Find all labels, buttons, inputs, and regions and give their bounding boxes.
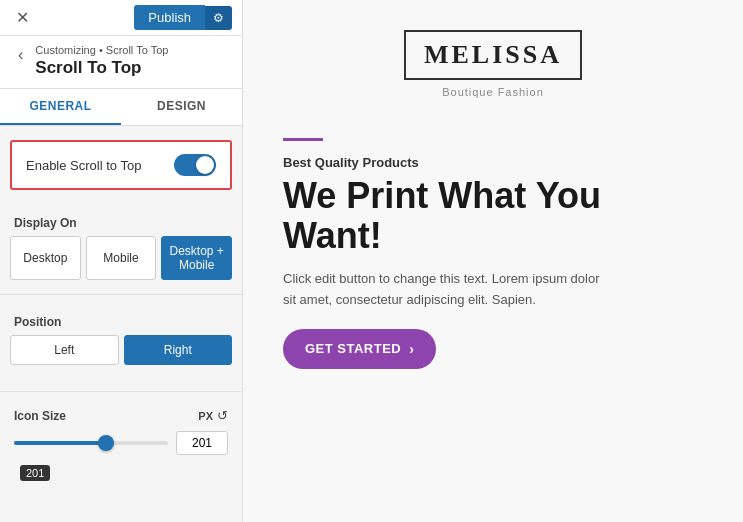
hero-body: Click edit button to change this text. L… xyxy=(283,269,613,311)
display-on-label: Display On xyxy=(0,204,242,236)
position-right-button[interactable]: Right xyxy=(124,335,233,365)
section-header: ‹ Customizing • Scroll To Top Scroll To … xyxy=(0,36,242,89)
position-section: Position Left Right xyxy=(0,303,242,389)
slider-track[interactable] xyxy=(14,441,168,445)
unit-label[interactable]: PX xyxy=(198,410,213,422)
icon-size-label: Icon Size xyxy=(14,409,66,423)
slider-fill xyxy=(14,441,106,445)
position-group: Left Right xyxy=(0,335,242,365)
left-panel: ✕ Publish ⚙ ‹ Customizing • Scroll To To… xyxy=(0,0,243,522)
section-title: Scroll To Top xyxy=(35,58,168,78)
position-left-button[interactable]: Left xyxy=(10,335,119,365)
hero-heading: We Print What You Want! xyxy=(283,176,703,255)
cta-arrow-icon: › xyxy=(409,341,414,357)
refresh-icon[interactable]: ↺ xyxy=(217,408,228,423)
publish-button[interactable]: Publish xyxy=(134,5,205,30)
display-on-group: Desktop Mobile Desktop + Mobile xyxy=(0,236,242,280)
brand-logo: MELISSA xyxy=(404,30,582,80)
breadcrumb-block: Customizing • Scroll To Top Scroll To To… xyxy=(35,44,168,78)
enable-scroll-toggle[interactable] xyxy=(174,154,216,176)
tab-design[interactable]: DESIGN xyxy=(121,89,242,125)
panel-content: Enable Scroll to Top Display On Desktop … xyxy=(0,126,242,522)
slider-tooltip: 201 xyxy=(20,465,50,481)
divider-1 xyxy=(0,294,242,295)
icon-size-section: Icon Size PX ↺ 201 201 xyxy=(0,400,242,481)
enable-scroll-to-top-row: Enable Scroll to Top xyxy=(10,140,232,190)
slider-thumb[interactable] xyxy=(98,435,114,451)
display-desktop-mobile-button[interactable]: Desktop + Mobile xyxy=(161,236,232,280)
display-mobile-button[interactable]: Mobile xyxy=(86,236,157,280)
logo-area: MELISSA Boutique Fashion xyxy=(404,20,582,98)
tab-general[interactable]: GENERAL xyxy=(0,89,121,125)
cta-button[interactable]: GET STARTED › xyxy=(283,329,436,369)
display-desktop-button[interactable]: Desktop xyxy=(10,236,81,280)
breadcrumb: Customizing • Scroll To Top xyxy=(35,44,168,56)
brand-tagline: Boutique Fashion xyxy=(442,86,544,98)
publish-settings-button[interactable]: ⚙ xyxy=(205,6,232,30)
tabs: GENERAL DESIGN xyxy=(0,89,242,126)
icon-size-header: Icon Size PX ↺ xyxy=(14,408,228,423)
slider-row: 201 xyxy=(14,431,228,455)
slider-value-input[interactable]: 201 xyxy=(176,431,228,455)
close-button[interactable]: ✕ xyxy=(10,6,35,29)
enable-scroll-label: Enable Scroll to Top xyxy=(26,158,141,173)
brand-name: MELISSA xyxy=(424,40,562,69)
purple-line xyxy=(283,138,323,141)
cta-label: GET STARTED xyxy=(305,341,401,356)
top-bar: ✕ Publish ⚙ xyxy=(0,0,242,36)
unit-controls: PX ↺ xyxy=(198,408,228,423)
divider-2 xyxy=(0,391,242,392)
preview-content: Best Quality Products We Print What You … xyxy=(273,138,713,369)
toggle-knob xyxy=(196,156,214,174)
position-label: Position xyxy=(0,303,242,335)
back-button[interactable]: ‹ xyxy=(14,46,27,64)
right-panel: MELISSA Boutique Fashion Best Quality Pr… xyxy=(243,0,743,522)
publish-area: Publish ⚙ xyxy=(134,5,232,30)
quality-label: Best Quality Products xyxy=(283,155,703,170)
